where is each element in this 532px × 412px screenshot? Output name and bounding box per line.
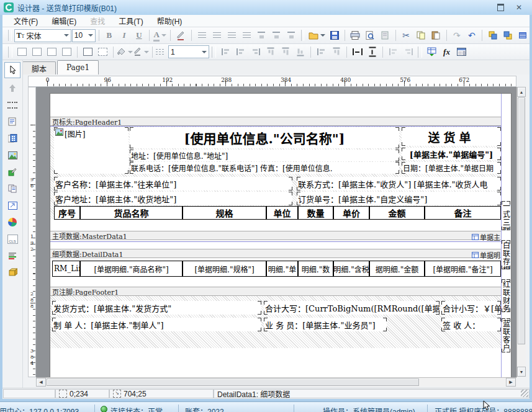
vertical-scroll-thumb[interactable] bbox=[518, 97, 525, 344]
same-height-button[interactable] bbox=[365, 45, 379, 59]
amount-words-element[interactable]: 合计大写：[CurrToBigNum([RMRound([单据主体." bbox=[264, 301, 440, 315]
align-right-button[interactable] bbox=[225, 29, 239, 42]
align-middles-button[interactable] bbox=[278, 45, 292, 59]
bold-button[interactable]: B bbox=[102, 29, 116, 42]
detail-cell-spec[interactable]: [单据明细."规格"] bbox=[183, 261, 266, 277]
copy-label-4[interactable]: 蓝联客户 bbox=[502, 318, 510, 352]
copy-button[interactable] bbox=[414, 29, 428, 42]
toolbar-grip[interactable] bbox=[212, 47, 216, 58]
detail-cell-amount[interactable]: 据明细."金额 bbox=[369, 261, 425, 277]
border-left-button[interactable] bbox=[45, 45, 59, 59]
align-left-button[interactable] bbox=[195, 29, 209, 42]
band-detaildata[interactable]: 细项数据:DetailData1 单据明 bbox=[50, 249, 501, 258]
detail-cell-note[interactable]: [单据明细."备注"] bbox=[425, 261, 501, 277]
copy-label-1[interactable]: 一式三联 bbox=[502, 201, 510, 230]
picture-tool[interactable] bbox=[4, 148, 20, 163]
ole-tool[interactable] bbox=[4, 265, 20, 280]
save-button[interactable] bbox=[327, 29, 341, 42]
tab-page1[interactable]: Page1 bbox=[57, 60, 99, 74]
scroll-down-button[interactable]: ▼ bbox=[517, 367, 526, 377]
menu-edit[interactable]: 编辑(E) bbox=[45, 14, 83, 27]
page-setup-button[interactable] bbox=[378, 29, 392, 42]
align-tops-button[interactable] bbox=[263, 45, 277, 59]
contact-element[interactable]: 联系方式：[单据主体."收货人"] [单据主体."收货人电 bbox=[297, 177, 501, 190]
border-bottom-button[interactable] bbox=[30, 45, 44, 59]
toolbar-grip[interactable] bbox=[8, 47, 12, 58]
font-color-button[interactable]: A bbox=[153, 29, 167, 42]
copy-label-2[interactable]: 白联存根 bbox=[502, 240, 510, 269]
undo-button[interactable]: ↶ bbox=[464, 29, 479, 42]
redo-button[interactable]: ↷ bbox=[449, 29, 464, 42]
align-centers-button[interactable] bbox=[233, 45, 248, 59]
maker-element[interactable]: 制 单 人：[单据主体."制单人"] bbox=[52, 318, 261, 331]
date-element[interactable]: 日期：[单据主体."单据日期 bbox=[402, 162, 501, 174]
toolbar-grip[interactable] bbox=[301, 30, 305, 41]
col-header-qty[interactable]: 数量 bbox=[298, 206, 333, 220]
detail-cell-line[interactable]: RM_Lin bbox=[52, 261, 80, 277]
resize-grip[interactable] bbox=[521, 390, 528, 397]
receiver-element[interactable]: 签 收 人： bbox=[441, 318, 501, 331]
font-size-select[interactable]: 10 bbox=[72, 29, 96, 42]
close-button[interactable]: ✕ bbox=[512, 2, 526, 12]
bring-to-front-button[interactable] bbox=[485, 29, 500, 42]
line-color-button[interactable] bbox=[133, 45, 149, 59]
doc-no-element[interactable]: [单据主体."单据编号"] bbox=[402, 148, 501, 160]
horizontal-scrollbar[interactable]: ◀ ▶ bbox=[36, 377, 516, 387]
hand-tool[interactable] bbox=[4, 81, 20, 96]
send-to-back-button[interactable] bbox=[500, 29, 515, 42]
band-pageheader[interactable]: 页标头:PageHeader1 bbox=[50, 117, 501, 126]
col-header-seq[interactable]: 序号 bbox=[54, 206, 80, 220]
detail-cell-unit[interactable]: 明细."单 bbox=[266, 261, 298, 277]
align-lefts-button[interactable] bbox=[219, 45, 233, 59]
field-list-button[interactable] bbox=[425, 45, 439, 59]
paste-button[interactable] bbox=[429, 29, 443, 42]
richtext-tool[interactable] bbox=[4, 181, 20, 196]
valign-top-button[interactable] bbox=[255, 29, 269, 42]
band-masterdata[interactable]: 主项数据:MasterData1 单据主 bbox=[50, 231, 501, 240]
align-justify-button[interactable] bbox=[240, 29, 254, 42]
col-header-amount[interactable]: 金额 bbox=[369, 206, 425, 220]
col-header-unit[interactable]: 单位 bbox=[266, 206, 298, 220]
align-rights-button[interactable] bbox=[248, 45, 263, 59]
nudge-up-button[interactable] bbox=[386, 45, 400, 59]
chart-tool[interactable] bbox=[4, 215, 20, 230]
vertical-scrollbar[interactable]: ▲ ▼ bbox=[516, 87, 526, 377]
customer-address-element[interactable]: 客户地址：[单据主体."收货地址"] bbox=[54, 192, 292, 205]
border-none-button[interactable] bbox=[96, 45, 110, 59]
format-lines-tool[interactable] bbox=[4, 248, 20, 263]
phone-fax-element[interactable]: 联系电话：[使用单位信息."联系电话"] 传真：[使用单位信息. bbox=[130, 162, 399, 174]
customer-name-element[interactable]: 客户名称：[单据主体."往来单位"] bbox=[54, 177, 292, 190]
col-header-note[interactable]: 备注 bbox=[425, 206, 501, 220]
scroll-left-button[interactable]: ◀ bbox=[36, 378, 46, 387]
text-tool[interactable] bbox=[4, 114, 20, 129]
shape-tool[interactable] bbox=[4, 164, 20, 179]
toolbar-grip[interactable] bbox=[418, 47, 422, 58]
valign-bottom-button[interactable] bbox=[284, 29, 299, 42]
properties-button[interactable] bbox=[454, 45, 469, 59]
detail-cell-name[interactable]: [单据明细."商品名称"] bbox=[80, 261, 183, 277]
col-header-price[interactable]: 单价 bbox=[333, 206, 369, 220]
company-name-element[interactable]: [使用单位信息."公司名称"] bbox=[130, 127, 399, 148]
cut-button[interactable]: ✂ bbox=[399, 29, 413, 42]
subreport-tool[interactable] bbox=[4, 198, 20, 213]
ship-method-element[interactable]: 发货方式：[单据主体."发货方式" bbox=[52, 301, 261, 315]
copy-label-3[interactable]: 红联财务 bbox=[502, 279, 510, 312]
horizontal-scroll-thumb[interactable] bbox=[47, 378, 419, 386]
band-pagefooter[interactable]: 页注脚:PageFooter1 bbox=[50, 287, 501, 296]
space-vertically-button[interactable] bbox=[329, 45, 343, 59]
logo-picture-element[interactable]: [图片] bbox=[54, 127, 128, 174]
border-top-button[interactable] bbox=[15, 45, 29, 59]
amount-element[interactable]: 合计小写：￥[单据主体."应 bbox=[441, 301, 501, 315]
order-no-element[interactable]: 订货单号：[单据主体."自定义编号"] bbox=[297, 192, 501, 205]
col-header-spec[interactable]: 规格 bbox=[183, 206, 266, 220]
italic-button[interactable]: I bbox=[117, 29, 131, 42]
open-button[interactable] bbox=[307, 29, 327, 42]
crosstab-tool[interactable]: CLS bbox=[4, 231, 20, 246]
same-width-button[interactable] bbox=[350, 45, 364, 59]
doc-title-element[interactable]: 送货单 bbox=[402, 127, 501, 146]
detail-cell-qty[interactable]: 明细."数 bbox=[298, 261, 333, 277]
underline-button[interactable]: U bbox=[132, 29, 146, 42]
align-bottoms-button[interactable] bbox=[293, 45, 307, 59]
expression-button[interactable]: fx bbox=[440, 45, 454, 59]
border-all-button[interactable] bbox=[81, 45, 95, 59]
